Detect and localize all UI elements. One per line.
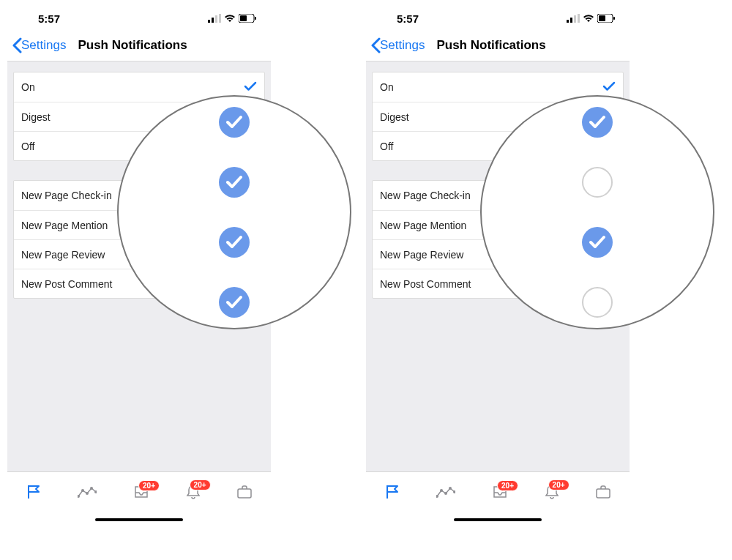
svg-point-10	[90, 487, 93, 490]
svg-rect-3	[219, 14, 221, 23]
svg-rect-18	[599, 15, 605, 21]
svg-point-22	[444, 492, 447, 495]
svg-point-8	[81, 489, 84, 492]
tab-briefcase[interactable]	[595, 485, 611, 502]
badge: 20+	[497, 480, 518, 491]
tab-flag[interactable]	[384, 484, 400, 503]
tab-graph[interactable]	[436, 486, 455, 501]
home-indicator[interactable]	[95, 518, 183, 521]
status-bar: 5:57	[7, 7, 271, 29]
row-label: Off	[380, 141, 393, 152]
toggle-4[interactable]	[219, 287, 250, 318]
svg-point-23	[449, 487, 452, 490]
row-label: New Page Review	[21, 249, 105, 261]
checkmark-icon	[244, 81, 257, 94]
briefcase-icon	[595, 485, 611, 499]
row-label: Digest	[380, 111, 409, 123]
svg-rect-16	[578, 14, 580, 23]
svg-rect-12	[238, 489, 251, 498]
graph-icon	[78, 486, 97, 498]
tab-inbox[interactable]: 20+	[492, 485, 508, 502]
toggle-3[interactable]	[219, 227, 250, 258]
page-title: Push Notifications	[436, 38, 545, 53]
back-label: Settings	[21, 38, 66, 53]
nav-bar: Settings Push Notifications	[7, 29, 271, 61]
svg-rect-14	[570, 18, 572, 23]
wifi-icon	[583, 14, 594, 23]
svg-rect-0	[208, 20, 210, 23]
chevron-left-icon	[12, 37, 22, 53]
checkmark-icon	[602, 81, 616, 94]
toggle-3[interactable]	[582, 227, 613, 258]
row-label: New Post Comment	[380, 278, 471, 290]
battery-icon	[597, 14, 615, 23]
status-icons	[567, 14, 615, 23]
graph-icon	[436, 486, 455, 498]
status-time: 5:57	[38, 12, 60, 25]
signal-icon	[208, 14, 221, 23]
row-label: New Page Mention	[380, 220, 466, 231]
svg-rect-19	[613, 17, 615, 20]
tab-graph[interactable]	[78, 486, 97, 501]
row-label: New Page Check-in	[21, 190, 112, 201]
svg-rect-2	[215, 15, 217, 23]
toggle-1[interactable]	[219, 107, 250, 138]
flag-icon	[26, 484, 42, 500]
wifi-icon	[224, 14, 236, 23]
toggle-4[interactable]	[582, 287, 613, 318]
magnifier-left	[117, 95, 351, 329]
tab-bell[interactable]: 20+	[186, 484, 201, 503]
chevron-left-icon	[370, 37, 381, 53]
row-label: On	[21, 81, 35, 93]
badge: 20+	[548, 479, 569, 490]
row-label: New Page Mention	[21, 220, 108, 231]
page-title: Push Notifications	[78, 38, 187, 53]
row-label: On	[380, 81, 394, 93]
tab-bar: 20+ 20+	[366, 471, 630, 514]
briefcase-icon	[236, 485, 253, 499]
svg-point-9	[86, 492, 89, 495]
badge: 20+	[138, 480, 160, 491]
svg-rect-25	[597, 489, 610, 498]
battery-icon	[239, 14, 256, 23]
nav-bar: Settings Push Notifications	[366, 29, 630, 61]
back-button[interactable]: Settings	[370, 37, 425, 53]
row-label: Digest	[21, 111, 51, 123]
row-label: New Page Review	[380, 249, 463, 261]
tab-bell[interactable]: 20+	[545, 484, 559, 503]
back-button[interactable]: Settings	[12, 37, 66, 53]
tab-briefcase[interactable]	[236, 485, 253, 502]
svg-rect-13	[567, 20, 569, 23]
row-label: New Post Comment	[21, 278, 112, 290]
tab-inbox[interactable]: 20+	[133, 485, 149, 502]
status-time: 5:57	[397, 12, 419, 25]
toggle-1[interactable]	[582, 107, 613, 138]
toggle-2[interactable]	[219, 167, 250, 198]
signal-icon	[567, 14, 580, 23]
magnifier-right	[480, 95, 714, 329]
status-icons	[208, 14, 256, 23]
tab-bar: 20+ 20+	[7, 471, 271, 514]
svg-point-21	[440, 489, 443, 492]
back-label: Settings	[380, 38, 425, 53]
status-bar: 5:57	[366, 7, 630, 29]
svg-rect-6	[255, 17, 256, 20]
row-label: Off	[21, 141, 34, 152]
toggle-2[interactable]	[582, 167, 613, 198]
svg-rect-15	[574, 15, 576, 23]
badge: 20+	[190, 479, 211, 490]
svg-rect-5	[240, 15, 247, 21]
svg-rect-1	[212, 18, 214, 23]
tab-flag[interactable]	[26, 484, 42, 503]
flag-icon	[384, 484, 400, 500]
row-label: New Page Check-in	[380, 190, 471, 201]
home-indicator[interactable]	[454, 518, 542, 521]
